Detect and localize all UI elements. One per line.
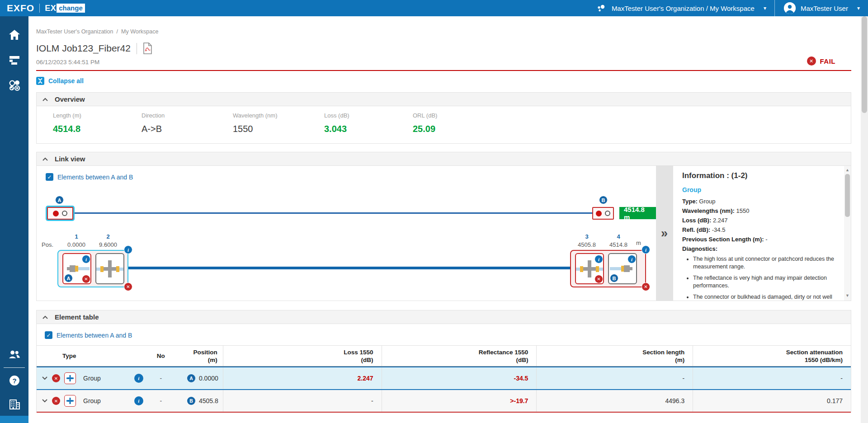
element-2-splice[interactable] xyxy=(95,253,124,284)
section-attenuation-cell: - xyxy=(693,367,851,389)
status-badge: ✕ FAIL xyxy=(807,56,836,66)
column-header-section-length: Section length(m) xyxy=(536,346,693,366)
organization-caret-icon[interactable]: ▾ xyxy=(764,5,766,11)
info-panel-scrollbar[interactable]: ▲ ▼ xyxy=(844,166,851,301)
group-a-info-icon[interactable]: i xyxy=(124,245,132,254)
user-menu[interactable]: MaxTester User ▾ xyxy=(775,0,868,16)
table-row[interactable]: ✕ Group i - B 4505.8 - >-19.7 4496.3 0.1… xyxy=(37,390,851,412)
element-table-section-title: Element table xyxy=(55,313,99,321)
section-length-cell: - xyxy=(536,367,693,389)
information-panel: Information : (1-2) Group Type: Group Wa… xyxy=(673,166,851,301)
column-header-reflectance: Reflectance 1550(dB) xyxy=(382,346,537,366)
field-label: Direction xyxy=(142,112,233,119)
page-scrollbar-thumb[interactable] xyxy=(862,16,867,113)
link-diagram: ✓ Elements between A and B A B 4514.8 m xyxy=(37,166,656,301)
element-type-label: Group xyxy=(83,397,101,404)
element-type-button[interactable] xyxy=(64,372,76,384)
open-dot-icon xyxy=(62,211,67,216)
checkbox-checked-icon: ✓ xyxy=(46,173,53,181)
field-value: 1550 xyxy=(233,124,324,134)
main-content: MaxTester User's Organization/My Workspa… xyxy=(28,16,861,423)
breadcrumb: MaxTester User's Organization/My Workspa… xyxy=(36,28,851,35)
info-panel-collapse-button[interactable]: » xyxy=(656,166,673,301)
field-label: Wavelength (nm) xyxy=(233,112,324,119)
row-info-icon[interactable]: i xyxy=(134,374,143,383)
element-table: Type No Position(m) Loss 1550(dB) Reflec… xyxy=(37,345,851,413)
link-span-line xyxy=(75,212,592,214)
overview-field-wavelength: Wavelength (nm) 1550 xyxy=(233,112,324,134)
connector-b-box[interactable] xyxy=(592,207,614,220)
reflectance-cell: >-19.7 xyxy=(382,390,537,412)
info-panel-scrollbar-thumb[interactable] xyxy=(845,174,850,217)
diagnostics-list: The high loss at unit connector or patch… xyxy=(693,255,837,301)
help-icon[interactable]: ? xyxy=(8,374,20,386)
loss-cell: - xyxy=(223,390,382,412)
group-b-info-icon[interactable]: i xyxy=(642,245,650,254)
element-1-position: 0.0000 xyxy=(58,241,94,248)
row-info-icon[interactable]: i xyxy=(134,396,143,405)
position-unit-label: m xyxy=(636,240,641,246)
group-link[interactable]: Group xyxy=(682,186,837,193)
element-4-info-icon[interactable]: i xyxy=(627,255,636,263)
scroll-down-icon[interactable]: ▼ xyxy=(844,293,851,298)
element-type-button[interactable] xyxy=(64,395,76,407)
sidebar-nav: ? xyxy=(0,16,28,423)
scroll-up-icon[interactable]: ▲ xyxy=(844,168,851,172)
element-3-info-icon[interactable]: i xyxy=(594,255,603,263)
reports-icon[interactable] xyxy=(8,54,20,66)
element-table-filter-checkbox[interactable]: ✓ Elements between A and B xyxy=(45,331,851,339)
user-caret-icon[interactable]: ▾ xyxy=(857,5,860,11)
element-1-info-icon[interactable]: i xyxy=(82,255,90,263)
user-name-label: MaxTester User xyxy=(801,5,848,12)
column-header-type: Type xyxy=(37,346,145,366)
users-icon[interactable] xyxy=(8,348,20,360)
user-avatar-icon xyxy=(784,2,796,14)
group-b-fail-icon: ✕ xyxy=(642,282,650,291)
field-value: 4514.8 xyxy=(53,124,142,134)
element-4-b-badge: B xyxy=(610,274,618,282)
organization-building-icon[interactable] xyxy=(8,398,20,410)
splice-icon xyxy=(96,257,123,281)
sidebar-bottom-accent xyxy=(0,416,28,423)
field-label: ORL (dB) xyxy=(413,112,437,119)
organization-label: MaxTester User's Organization / My Works… xyxy=(612,5,755,12)
link-view-section-title: Link view xyxy=(55,155,85,163)
chevron-up-icon xyxy=(42,157,48,161)
collapse-all-button[interactable]: Collapse all xyxy=(36,77,851,85)
test-results-icon[interactable] xyxy=(8,79,20,91)
home-icon[interactable] xyxy=(8,28,20,41)
table-row[interactable]: ✕ Group i - A 0.0000 2.247 -34.5 - - xyxy=(37,367,851,390)
group-a-fail-icon: ✕ xyxy=(124,282,132,291)
column-header-position: Position(m) xyxy=(177,346,223,366)
sidebar-top-group xyxy=(8,28,20,91)
breadcrumb-workspace[interactable]: My Workspace xyxy=(121,28,158,35)
connector-a-box[interactable] xyxy=(47,207,73,220)
svg-text:?: ? xyxy=(12,376,16,384)
position-cell: A 0.0000 xyxy=(177,367,223,389)
next-row-top-border xyxy=(37,412,851,413)
point-a-badge: A xyxy=(55,196,64,204)
diagnostic-item: The reflectance is very high and may imp… xyxy=(693,274,837,289)
table-header-row: Type No Position(m) Loss 1550(dB) Reflec… xyxy=(37,345,851,367)
exchange-logo-prefix: EX xyxy=(45,4,56,13)
link-view-section-header[interactable]: Link view xyxy=(37,152,851,166)
title-row: IOLM Job123_Fiber42 xyxy=(36,42,851,55)
sidebar-divider xyxy=(4,367,25,368)
element-type-label: Group xyxy=(83,375,101,382)
organization-selector[interactable]: MaxTester User's Organization / My Works… xyxy=(595,0,774,16)
no-cell: - xyxy=(145,390,177,412)
element-2-number: 2 xyxy=(90,233,126,240)
chevron-up-icon xyxy=(42,315,48,319)
overview-section-header[interactable]: Overview xyxy=(37,93,851,106)
breadcrumb-organization[interactable]: MaxTester User's Organization xyxy=(36,28,113,35)
open-dot-icon xyxy=(605,211,610,216)
link-view-filter-checkbox[interactable]: ✓ Elements between A and B xyxy=(46,173,133,181)
exfo-logo: EXFO xyxy=(7,3,34,14)
pdf-export-icon[interactable] xyxy=(143,42,152,54)
overview-field-length: Length (m) 4514.8 xyxy=(53,112,142,134)
element-1-fail-icon: ✕ xyxy=(82,275,90,283)
element-table-section-header[interactable]: Element table xyxy=(37,310,851,324)
expand-chevron-icon[interactable] xyxy=(42,399,47,403)
expand-chevron-icon[interactable] xyxy=(42,376,47,380)
page-scrollbar[interactable] xyxy=(861,16,868,423)
